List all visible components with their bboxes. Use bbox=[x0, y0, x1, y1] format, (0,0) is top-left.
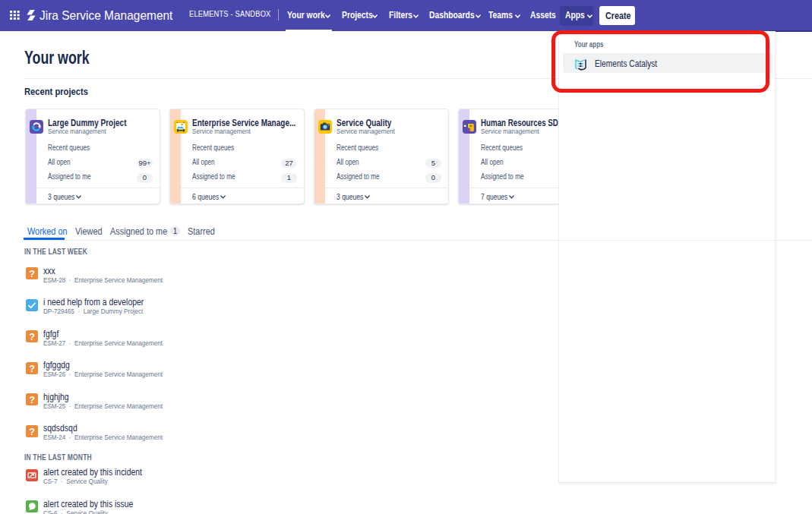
svg-text:?: ? bbox=[29, 363, 35, 374]
svg-text:?: ? bbox=[29, 332, 35, 342]
svg-text:?: ? bbox=[29, 269, 35, 279]
svg-text:?: ? bbox=[29, 395, 35, 405]
svg-text:?: ? bbox=[29, 426, 35, 437]
